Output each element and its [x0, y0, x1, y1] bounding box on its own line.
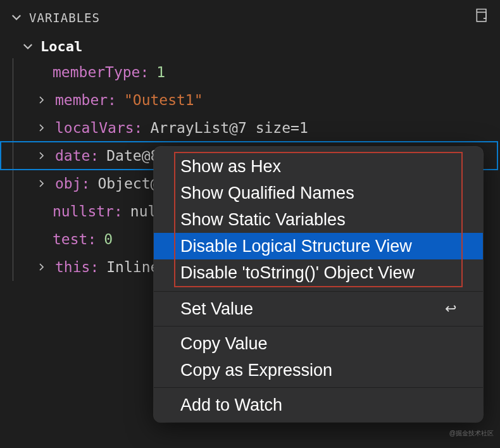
variable-name: date:: [55, 147, 99, 164]
menu-item[interactable]: Copy as Expression: [154, 357, 483, 383]
collapse-all-icon[interactable]: [470, 5, 491, 30]
variable-name: obj:: [55, 175, 90, 192]
context-menu: Show as HexShow Qualified NamesShow Stat…: [154, 147, 483, 422]
menu-label: Copy Value: [180, 332, 268, 356]
menu-item[interactable]: Copy Value: [154, 330, 483, 357]
panel-title: VARIABLES: [29, 11, 100, 25]
variable-row[interactable]: localVars:ArrayList@7 size=1: [13, 114, 500, 142]
variable-row[interactable]: memberType:1: [13, 58, 500, 86]
variable-row[interactable]: member:"Outest1": [13, 86, 500, 114]
variable-name: test:: [53, 231, 96, 247]
variable-name: member:: [55, 92, 116, 108]
variable-value: Date@8: [106, 147, 159, 164]
menu-label: Show Static Variables: [180, 208, 346, 232]
menu-group-copy: Copy ValueCopy as Expression: [154, 327, 483, 387]
menu-item[interactable]: Disable Logical Structure View: [154, 233, 483, 259]
chevron-right-icon[interactable]: [36, 95, 47, 105]
variable-value: ArrayList@7 size=1: [150, 120, 308, 136]
menu-label: Copy as Expression: [180, 358, 332, 382]
menu-label: Set Value: [180, 297, 253, 321]
menu-set-value[interactable]: Set Value ↩: [154, 296, 483, 322]
menu-label: Disable Logical Structure View: [180, 234, 412, 258]
svg-rect-0: [477, 12, 486, 22]
variable-value: 1: [156, 64, 165, 80]
variable-value: "Outest1": [124, 92, 203, 108]
menu-label: Disable 'toString()' Object View: [180, 261, 415, 285]
chevron-right-icon[interactable]: [36, 178, 47, 189]
chevron-right-icon[interactable]: [36, 151, 47, 161]
chevron-right-icon[interactable]: [36, 123, 47, 133]
menu-label: Show as Hex: [180, 154, 281, 178]
menu-label: Show Qualified Names: [180, 181, 354, 205]
menu-item[interactable]: Disable 'toString()' Object View: [175, 259, 461, 286]
variable-name: memberType:: [53, 64, 149, 80]
chevron-down-icon[interactable]: [22, 40, 34, 53]
scope-local[interactable]: Local: [41, 39, 82, 54]
variable-name: localVars:: [55, 120, 142, 136]
enter-key-icon: ↩: [445, 297, 456, 321]
menu-label: Add to Watch: [180, 393, 282, 417]
menu-group-view-options: Show as HexShow Qualified NamesShow Stat…: [175, 153, 461, 286]
variable-name: this:: [55, 259, 99, 275]
variable-name: nullstr:: [53, 203, 123, 220]
chevron-down-icon[interactable]: [10, 11, 23, 24]
watermark: @掘金技术社区: [449, 429, 494, 438]
chevron-right-icon[interactable]: [36, 262, 47, 272]
menu-item[interactable]: Show Qualified Names: [175, 180, 461, 206]
variable-value: 0: [104, 231, 113, 247]
menu-item[interactable]: Show as Hex: [175, 153, 461, 180]
menu-item[interactable]: Show Static Variables: [175, 206, 461, 233]
menu-add-watch[interactable]: Add to Watch: [154, 392, 483, 418]
